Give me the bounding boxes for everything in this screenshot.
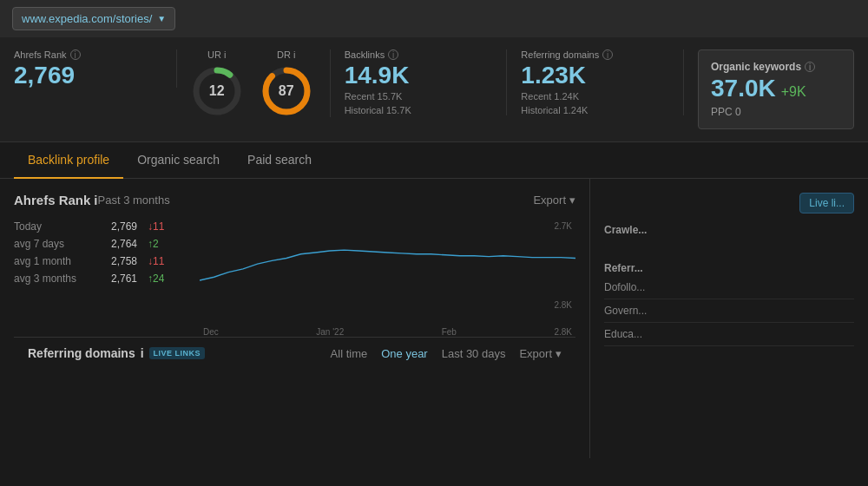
bottom-export-chevron-icon: ▾ — [556, 347, 562, 360]
right-item-0: Dofollo... — [604, 281, 854, 299]
organic-keywords-metric: Organic keywords i 37.0K +9K PPC 0 — [698, 49, 854, 129]
chart-x-feb: Feb — [442, 327, 457, 337]
bottom-bar: Referring domains i LIVE LINKS All time … — [14, 337, 575, 369]
filter-all-time[interactable]: All time — [331, 347, 368, 360]
chart-y-top: 2.7K — [554, 221, 572, 231]
live-links-badge: LIVE LINKS — [149, 347, 206, 359]
export-chevron-icon: ▾ — [569, 194, 575, 207]
chart-x-dec: Dec — [203, 327, 219, 337]
url-selector[interactable]: www.expedia.com/stories/ ▼ — [12, 7, 175, 30]
chart-x-end: 2.8K — [554, 327, 572, 337]
stats-table: Today 2,769 ↓11 avg 7 days 2,764 ↑2 avg … — [14, 218, 182, 328]
export-button[interactable]: Export ▾ — [533, 194, 575, 207]
ahrefs-rank-metric: Ahrefs Rank i 2,769 — [14, 49, 177, 88]
ur-gauge-canvas: 12 — [191, 65, 243, 117]
time-filters: All time One year Last 30 days Export ▾ — [331, 347, 562, 360]
filter-last-30-days[interactable]: Last 30 days — [442, 347, 506, 360]
referring-right-title: Referr... — [604, 262, 854, 274]
backlinks-info-icon: i — [388, 49, 398, 60]
metrics-row: Ahrefs Rank i 2,769 UR i 12 DR i — [0, 37, 868, 142]
stat-row-today: Today 2,769 ↓11 — [14, 218, 182, 235]
referring-domains-metric: Referring domains i 1.23K Recent 1.24K H… — [521, 49, 684, 115]
right-panel: Live li... Crawle... Referr... Dofollo..… — [590, 179, 868, 458]
organic-kw-info-icon: i — [805, 62, 815, 72]
chart-x-labels: Dec Jan '22 Feb 2.8K — [200, 327, 575, 337]
organic-keywords-value: 37.0K — [711, 76, 776, 101]
dr-value: 87 — [279, 83, 294, 99]
tabs: Backlink profile Organic search Paid sea… — [0, 142, 868, 179]
main-content: Ahrefs Rank i Past 3 months Export ▾ Tod… — [0, 179, 868, 458]
gauge-block: UR i 12 DR i 87 — [191, 49, 331, 117]
stat-row-7days: avg 7 days 2,764 ↑2 — [14, 235, 182, 253]
live-links-button[interactable]: Live li... — [799, 193, 854, 213]
tab-backlink-profile[interactable]: Backlink profile — [14, 142, 123, 179]
ur-info-icon: i — [224, 49, 226, 60]
left-panel: Ahrefs Rank i Past 3 months Export ▾ Tod… — [0, 179, 590, 458]
referring-domains-value: 1.23K — [521, 63, 669, 88]
rank-chart: 2.7K 2.8K — [200, 221, 575, 325]
tab-organic-search[interactable]: Organic search — [123, 142, 233, 179]
section-header: Ahrefs Rank i Past 3 months Export ▾ — [14, 193, 575, 207]
period-label: Past 3 months — [98, 194, 170, 207]
organic-keywords-badge: +9K — [781, 84, 806, 100]
backlinks-metric: Backlinks i 14.9K Recent 15.7K Historica… — [345, 49, 508, 115]
ahrefs-rank-value: 2,769 — [14, 63, 162, 88]
right-item-2: Educa... — [604, 328, 854, 346]
url-text: www.expedia.com/stories/ — [22, 12, 152, 25]
stat-row-1month: avg 1 month 2,758 ↓11 — [14, 253, 182, 270]
ur-gauge: UR i 12 — [191, 49, 243, 117]
right-item-1: Govern... — [604, 305, 854, 323]
chevron-down-icon: ▼ — [157, 14, 166, 23]
chart-x-jan: Jan '22 — [316, 327, 344, 337]
ur-value: 12 — [209, 83, 225, 99]
dr-info-icon: i — [293, 49, 295, 60]
info-icon: i — [70, 49, 81, 60]
ahrefs-rank-label: Ahrefs Rank i — [14, 49, 162, 60]
filter-one-year[interactable]: One year — [381, 347, 427, 360]
crawled-title: Crawle... — [604, 224, 854, 236]
referring-info-icon: i — [602, 49, 613, 60]
dr-gauge: DR i 87 — [260, 49, 312, 117]
top-bar: www.expedia.com/stories/ ▼ — [0, 0, 868, 37]
dr-gauge-canvas: 87 — [260, 65, 312, 117]
backlinks-value: 14.9K — [345, 63, 493, 88]
bottom-export-button[interactable]: Export ▾ — [519, 347, 562, 360]
chart-y-bottom: 2.8K — [554, 300, 572, 310]
stat-row-3months: avg 3 months 2,761 ↑24 — [14, 270, 182, 287]
tab-paid-search[interactable]: Paid search — [233, 142, 326, 179]
section-title-text: Ahrefs Rank — [14, 193, 90, 207]
referring-domains-title: Referring domains — [28, 346, 135, 360]
rank-chart-container: 2.7K 2.8K Dec — [200, 218, 575, 337]
referring-info-icon-2: i — [141, 346, 144, 360]
